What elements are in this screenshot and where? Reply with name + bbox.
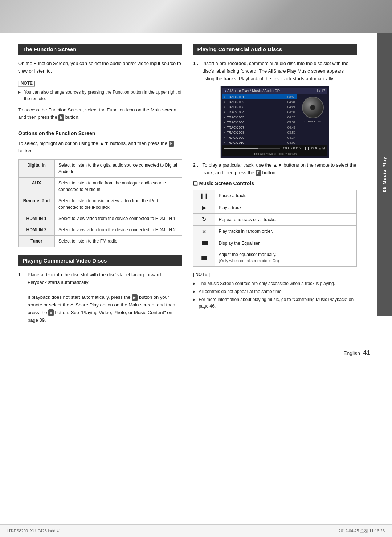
progress-time: 0000 / 03:59 — [283, 146, 301, 150]
video-step-1-content: Place a disc into the disc slot with the… — [28, 271, 182, 324]
note-label-2: | NOTE | — [193, 271, 210, 278]
audio-step-1-text: Insert a pre-recorded, commercial audio … — [203, 60, 357, 82]
options-table: Digital In Select to listen to the digit… — [18, 159, 182, 247]
screen-footer: ◀◀ Page Move ☆ Tools ↩ Return — [222, 151, 327, 156]
disc-graphic — [302, 97, 324, 118]
table-row: HDMI IN 2 Select to view video from the … — [19, 224, 182, 235]
function-screen-access: To access the Function Screen, select th… — [18, 106, 182, 122]
music-note-item-1: The Music Screen controls are only acces… — [193, 280, 357, 287]
track-name: TRACK 005 — [227, 115, 286, 119]
function-screen-title: The Function Screen — [23, 46, 76, 52]
option-name: HDMI IN 2 — [19, 224, 55, 235]
track-name: TRACK 001 — [227, 95, 286, 99]
page-number-area: English 41 — [0, 349, 392, 357]
table-row: HDMI IN 1 Select to view video from the … — [19, 213, 182, 224]
track-name: TRACK 002 — [227, 100, 286, 104]
track-add-icon: + — [224, 101, 225, 104]
chapter-sidebar: 05 Media Play — [377, 33, 392, 316]
video-discs-section: Playing Commercial Video Discs 1 . Place… — [18, 255, 182, 324]
progress-fill — [224, 148, 258, 149]
track-time: 04:34 — [287, 100, 296, 104]
track-name: TRACK 010 — [227, 141, 286, 145]
track-time: 04:31 — [287, 110, 296, 114]
table-row: AUX Select to listen to audio from the a… — [19, 177, 182, 195]
track-row: + TRACK 007 04:47 — [222, 125, 297, 130]
screen-body: + TRACK 001 03:59 + TRACK 002 04:34 + TR… — [222, 94, 327, 145]
options-intro-end: button. — [18, 148, 33, 154]
music-note-item-2: All controls do not appear at the same t… — [193, 288, 357, 295]
top-decorative-bar — [0, 0, 392, 33]
control-description: Adjust the equaliser manually.(Only when… — [215, 249, 357, 266]
page-english-label: English — [343, 350, 360, 356]
function-button-icon: E — [58, 114, 64, 121]
track-name: TRACK 004 — [227, 110, 286, 114]
control-symbol: ▮▮▮○ — [193, 249, 215, 266]
screen-header: ● AllShare Play / Music / Audio CD 1 / 1… — [222, 88, 327, 94]
option-description: Select to listen to music or view video … — [55, 195, 182, 213]
video-step-1: 1 . Place a disc into the disc slot with… — [18, 271, 182, 324]
screen-header-left: ● AllShare Play / Music / Audio CD — [224, 89, 280, 93]
option-description: Select to listen to audio from the analo… — [55, 177, 182, 195]
track-list: + TRACK 001 03:59 + TRACK 002 04:34 + TR… — [222, 94, 297, 145]
track-name: TRACK 007 — [227, 126, 286, 129]
track-add-icon: + — [224, 136, 225, 139]
note-item-1: You can also change sources by pressing … — [18, 89, 182, 102]
track-name: TRACK 003 — [227, 105, 286, 109]
screen-controls: 0000 / 03:59 ❙❙ ↻ ✕ ⊞ ⊟ — [222, 145, 327, 151]
music-control-row: ↻ Repeat one track or all tracks. — [193, 214, 357, 226]
divider-1 — [18, 126, 182, 126]
video-discs-title: Playing Commercial Video Discs — [23, 257, 107, 264]
control-symbol: ↻ — [193, 214, 215, 226]
track-add-icon: + — [224, 111, 225, 114]
bottom-bar: HT-ES8200_XU_0425.indd 41 2012-04-25 오전 … — [0, 524, 392, 537]
main-content: The Function Screen On the Function Scre… — [0, 33, 377, 338]
track-row: + TRACK 001 03:59 — [222, 94, 297, 99]
options-intro-text: To select, highlight an option using the… — [18, 141, 167, 146]
control-symbol: ▮▮▮ — [193, 237, 215, 249]
track-time: 04:02 — [287, 141, 296, 145]
disc-center — [310, 105, 316, 110]
option-name: AUX — [19, 177, 55, 195]
audio-step-1-num: 1 . — [193, 60, 200, 82]
access-text-end: button. — [65, 114, 80, 120]
option-description: Select to view video from the device con… — [55, 224, 182, 235]
option-name: Digital In — [19, 159, 55, 177]
track-add-icon: + — [224, 106, 225, 109]
track-row: + TRACK 004 04:31 — [222, 110, 297, 115]
function-screen-note: | NOTE | You can also change sources by … — [18, 80, 182, 102]
function-screen-intro: On the Function Screen, you can select t… — [18, 60, 182, 75]
track-time: 03:59 — [287, 131, 296, 134]
track-add-icon: + — [224, 126, 225, 129]
track-add-icon: + — [224, 131, 225, 134]
enter-button-icon-3: E — [256, 170, 261, 176]
function-screen-header: The Function Screen — [18, 44, 182, 55]
control-symbol: ⨯ — [193, 225, 215, 237]
video-step-1-continuation: If playback does not start automatically… — [28, 294, 131, 300]
control-description: Pause a track. — [215, 190, 357, 202]
control-description: Repeat one track or all tracks. — [215, 214, 357, 226]
track-row: + TRACK 009 04:34 — [222, 135, 297, 140]
video-step-1-num: 1 . — [18, 271, 25, 324]
track-time: 04:34 — [287, 136, 296, 139]
option-name: Tuner — [19, 235, 55, 247]
track-time: 04:24 — [287, 105, 296, 109]
audio-step-1: 1 . Insert a pre-recorded, commercial au… — [193, 60, 357, 82]
note-label-1: | NOTE | — [18, 80, 35, 87]
track-row: + TRACK 002 04:34 — [222, 99, 297, 105]
option-description: Select to listen to the FM radio. — [55, 235, 182, 247]
control-symbol: ▶ — [193, 202, 215, 214]
video-step-1-text: Place a disc into the disc slot with the… — [28, 272, 162, 285]
video-discs-header: Playing Commercial Video Discs — [18, 255, 182, 266]
track-add-icon: + — [224, 141, 225, 145]
page-number: 41 — [363, 349, 370, 357]
control-symbol: ❙❙ — [193, 190, 215, 202]
screen-header-right: 1 / 17 — [316, 89, 325, 93]
track-row: + TRACK 003 04:24 — [222, 105, 297, 110]
right-column: Playing Commercial Audio Discs 1 . Inser… — [193, 44, 357, 328]
track-row: + TRACK 008 03:59 — [222, 130, 297, 135]
chapter-label: 05 Media Play — [382, 156, 387, 192]
control-description: Display the Equaliser. — [215, 237, 357, 249]
table-row: Tuner Select to listen to the FM radio. — [19, 235, 182, 247]
music-control-row: ▶ Play a track. — [193, 202, 357, 214]
control-description: Play a track. — [215, 202, 357, 214]
